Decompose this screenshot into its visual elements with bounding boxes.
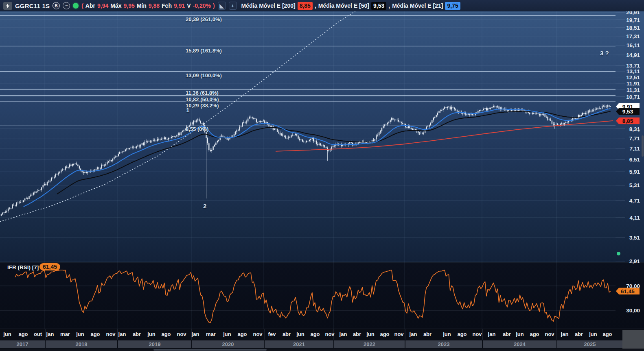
rsi-indicator-title[interactable]: IFR (RSI) [7] [7,264,39,270]
ma-separator: , [315,2,316,9]
ma21-value-chip[interactable]: 9,75 [445,2,460,10]
rsi-panel-bg [0,262,644,329]
ma21-label[interactable]: Média Móvel E [21] [392,2,443,9]
ma200-value-chip[interactable]: 8,85 [298,2,313,10]
low-label: Mín [137,2,147,9]
asset-logo-icon: B [53,2,60,9]
pointer-tool-button[interactable]: ◣ [218,2,226,10]
high-value: 9,95 [123,2,134,9]
ma50-label[interactable]: Média Móvel E [50] [318,2,369,9]
open-label: Abr [85,2,95,9]
close-label: Fch [162,2,172,9]
trading-chart-window: GGRC11 1S B − ( Abr 9,94 Máx 9,95 Mín 9,… [0,0,644,351]
moving-averages-legend: Média Móvel E [200] 8,85 , Média Móvel E… [241,2,460,10]
low-value: 9,88 [149,2,160,9]
open-paren: ( [81,2,83,9]
chart-toolbar: GGRC11 1S B − ( Abr 9,94 Máx 9,95 Mín 9,… [0,0,644,11]
time-axis[interactable] [0,329,644,351]
axis-corner-box[interactable] [622,330,644,349]
close-value: 9,91 [174,2,185,9]
high-label: Máx [110,2,121,9]
market-status-dot [73,3,79,9]
notification-dot [617,252,620,255]
symbol-title[interactable]: GGRC11 1S [15,2,50,9]
close-paren: ) [213,2,215,9]
panel-expand-chevron-icon[interactable]: › [638,126,640,133]
ma200-label[interactable]: Média Móvel E [200] [241,2,296,9]
ma-separator: , [388,2,390,9]
add-alert-button[interactable]: + [229,2,237,10]
ma50-value-chip[interactable]: 9,53 [371,2,386,10]
chart-canvas[interactable] [0,0,644,329]
var-label: V [187,2,191,9]
ohlc-readout: ( Abr 9,94 Máx 9,95 Mín 9,88 Fch 9,91 V … [81,2,215,9]
rsi-value-badge: 61,45 [39,263,60,270]
horizontal-scrollbar-track[interactable] [0,349,644,351]
var-value: -0,20% [193,2,211,9]
vertical-scrollbar-thumb[interactable] [642,135,644,157]
hide-indicator-icon[interactable]: − [63,2,70,9]
open-value: 9,94 [97,2,108,9]
horizontal-scrollbar-thumb[interactable] [153,349,267,351]
chart-type-icon[interactable] [3,2,12,10]
